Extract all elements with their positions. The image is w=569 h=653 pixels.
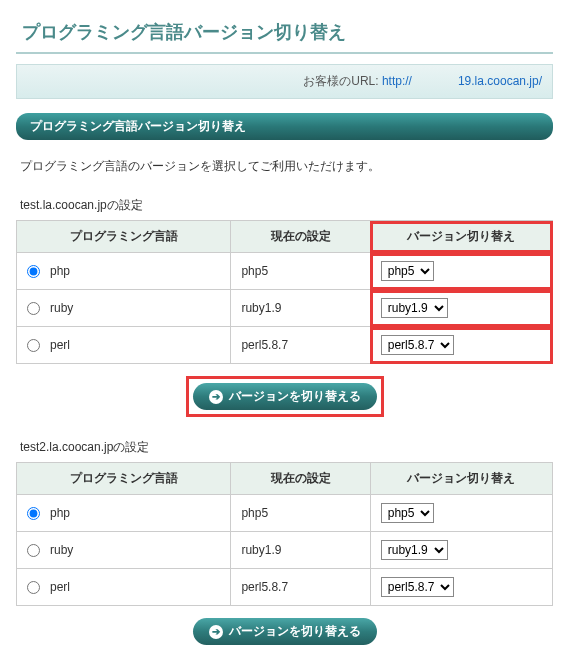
th-current: 現在の設定 (231, 221, 370, 253)
current-value: perl5.8.7 (231, 569, 370, 606)
language-name: php (50, 264, 70, 278)
th-language: プログラミング言語 (17, 221, 231, 253)
switch-version-button[interactable]: ➔ バージョンを切り替える (193, 618, 377, 645)
language-name: ruby (50, 301, 73, 315)
url-suffix: 19.la.coocan.jp/ (458, 74, 542, 88)
th-current: 現在の設定 (231, 463, 370, 495)
switch-version-button[interactable]: ➔ バージョンを切り替える (193, 383, 377, 410)
config-subtitle: test.la.coocan.jpの設定 (20, 197, 549, 214)
url-prefix: http:// (382, 74, 412, 88)
language-radio[interactable] (27, 339, 40, 352)
table-row: php php5 php5 (17, 253, 553, 290)
config-table: プログラミング言語 現在の設定 バージョン切り替え php php5 php5 … (16, 220, 553, 364)
current-value: perl5.8.7 (231, 327, 370, 364)
current-value: ruby1.9 (231, 532, 370, 569)
version-select[interactable]: perl5.8.7 (381, 335, 454, 355)
highlighted-button-frame: ➔ バージョンを切り替える (186, 376, 384, 417)
table-row: perl perl5.8.7 perl5.8.7 (17, 327, 553, 364)
th-switch: バージョン切り替え (370, 463, 552, 495)
table-row: perl perl5.8.7 perl5.8.7 (17, 569, 553, 606)
page-title: プログラミング言語バージョン切り替え (16, 16, 553, 54)
version-select[interactable]: ruby1.9 (381, 298, 448, 318)
current-value: php5 (231, 495, 370, 532)
table-header-row: プログラミング言語 現在の設定 バージョン切り替え (17, 463, 553, 495)
customer-url-bar: お客様のURL: http://19.la.coocan.jp/ (16, 64, 553, 99)
language-radio[interactable] (27, 544, 40, 557)
language-radio[interactable] (27, 581, 40, 594)
language-radio[interactable] (27, 302, 40, 315)
th-language: プログラミング言語 (17, 463, 231, 495)
language-radio[interactable] (27, 265, 40, 278)
language-name: ruby (50, 543, 73, 557)
language-name: php (50, 506, 70, 520)
table-row: php php5 php5 (17, 495, 553, 532)
current-value: php5 (231, 253, 370, 290)
table-row: ruby ruby1.9 ruby1.9 (17, 290, 553, 327)
arrow-right-icon: ➔ (209, 625, 223, 639)
th-switch: バージョン切り替え (370, 221, 552, 253)
button-label: バージョンを切り替える (229, 388, 361, 405)
arrow-right-icon: ➔ (209, 390, 223, 404)
version-select[interactable]: perl5.8.7 (381, 577, 454, 597)
description-text: プログラミング言語のバージョンを選択してご利用いただけます。 (20, 158, 549, 175)
version-select[interactable]: ruby1.9 (381, 540, 448, 560)
config-table: プログラミング言語 現在の設定 バージョン切り替え php php5 php5 … (16, 462, 553, 606)
language-name: perl (50, 338, 70, 352)
section-heading: プログラミング言語バージョン切り替え (16, 113, 553, 140)
config-subtitle: test2.la.coocan.jpの設定 (20, 439, 549, 456)
version-select[interactable]: php5 (381, 261, 434, 281)
url-label: お客様のURL: (303, 74, 378, 88)
customer-url-link[interactable]: http://19.la.coocan.jp/ (382, 74, 542, 88)
language-radio[interactable] (27, 507, 40, 520)
table-row: ruby ruby1.9 ruby1.9 (17, 532, 553, 569)
language-name: perl (50, 580, 70, 594)
table-header-row: プログラミング言語 現在の設定 バージョン切り替え (17, 221, 553, 253)
current-value: ruby1.9 (231, 290, 370, 327)
version-select[interactable]: php5 (381, 503, 434, 523)
button-label: バージョンを切り替える (229, 623, 361, 640)
